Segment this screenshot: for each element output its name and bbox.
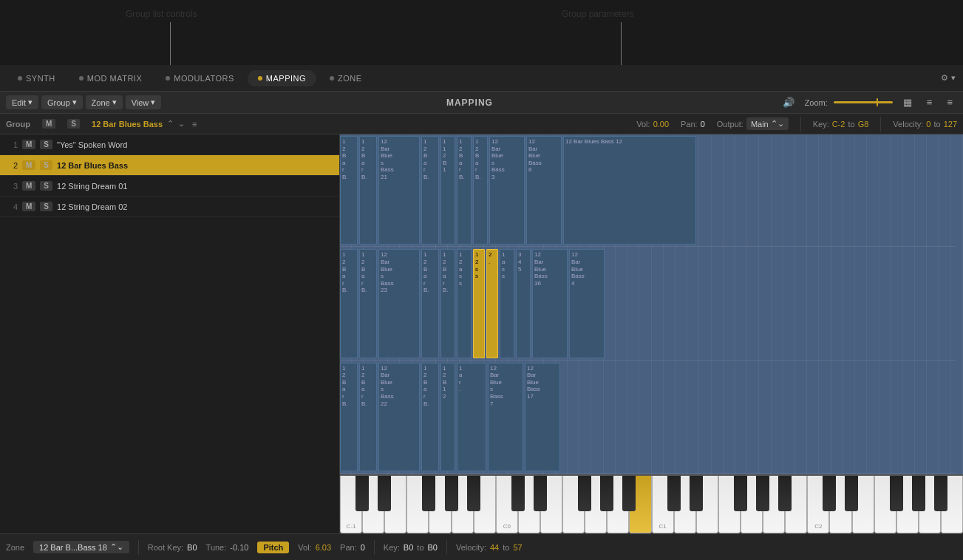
view-menu-button[interactable]: View ▾ [126,95,162,109]
black-key-D#2[interactable] [845,476,858,511]
tab-mod-matrix[interactable]: MOD MATRIX [69,70,152,86]
zone-block-0-5[interactable]: 1 2 B a r B. [457,136,472,245]
zone-block-1-2[interactable]: 12 Bar Blue s Bass 23 [378,249,420,358]
zone-block-0-3[interactable]: 1 2 B a r B. [421,136,439,245]
tab-zone[interactable]: ZONE [319,70,372,86]
toolbar-right: 🔊 Zoom: ▦ ≡ ≡ [778,95,957,110]
edit-label: Edit [12,98,26,107]
group-menu-button[interactable]: Group ▾ [41,95,83,109]
black-key-D#0[interactable] [534,476,547,511]
toolbar-title: MAPPING [164,98,775,108]
grid-view-icon[interactable]: ▦ [899,95,916,110]
zone-row-0: 1 2 B a r B.1 2 B a r B.12 Bar Blue s Ba… [340,134,956,247]
zone-block-1-11[interactable]: 12 Bar Blue Bass 4 [569,249,605,358]
zone-block-1-6[interactable]: 1 2 s s [473,249,485,358]
zone-block-2-2[interactable]: 12 Bar Blue s Bass 22 [378,363,420,471]
vol-value[interactable]: 0.00 [653,120,669,129]
zone-block-0-9[interactable]: 12 Bar Blues Bass 12 [563,136,696,245]
output-chevron-icon: ⌃⌄ [771,119,784,129]
zone-block-2-7[interactable]: 12 Bar Blue Bass 17 [525,363,560,471]
zone-grid[interactable]: 1 2 B a r B.1 2 B a r B.12 Bar Blue s Ba… [340,134,963,474]
group-solo-button[interactable]: S [67,119,80,129]
zone-block-1-5[interactable]: 1 2 a s s [457,249,472,358]
group-3-mute[interactable]: M [22,181,35,191]
group-3-solo[interactable]: S [40,181,52,191]
black-key-A#-1[interactable] [467,476,480,511]
black-key-C#-1[interactable] [355,476,369,511]
zoom-slider[interactable] [834,101,893,103]
black-key-G#1[interactable] [756,476,769,511]
black-key-G#2[interactable] [912,476,925,511]
zone-block-1-0[interactable]: 1 2 B a r B. [340,249,358,358]
zone-block-1-8[interactable]: 1 a s s [500,249,514,358]
group-item-2[interactable]: 2 M S 12 Bar Blues Bass [0,155,339,176]
black-key-G#-1[interactable] [445,476,458,511]
modulators-dot [166,76,170,81]
zone-block-2-1[interactable]: 1 2 B a r B. [359,363,377,471]
top-navigation: SYNTH MOD MATRIX MODULATORS MAPPING ZONE… [0,65,963,92]
black-key-C#1[interactable] [667,476,681,511]
zone-block-1-9[interactable]: 3 4 5 [516,249,531,358]
group-item-3[interactable]: 3 M S 12 String Dream 01 [0,176,339,197]
black-key-F#-1[interactable] [422,476,435,511]
group-item-1[interactable]: 1 M S "Yes" Spoken Word [0,134,339,155]
key-to-value[interactable]: G8 [858,120,869,129]
speaker-icon[interactable]: 🔊 [778,95,799,110]
tab-mapping[interactable]: MAPPING [248,70,316,86]
group-2-solo[interactable]: S [40,160,52,170]
group-4-mute[interactable]: M [22,202,35,211]
tab-synth[interactable]: SYNTH [7,70,66,86]
black-key-F#2[interactable] [890,476,903,511]
zone-block-1-1[interactable]: 1 2 B a r B. [359,249,377,358]
black-key-G#0[interactable] [600,476,613,511]
vol-control: Vol: 0.00 [636,120,669,129]
zone-block-0-8[interactable]: 12 Bar Blue Bass 8 [526,136,562,245]
group-1-solo[interactable]: S [40,140,52,149]
tab-modulators[interactable]: MODULATORS [155,70,245,86]
zone-block-1-4[interactable]: 1 2 B a r B. [440,249,455,358]
black-key-A#1[interactable] [778,476,792,511]
zone-block-1-10[interactable]: 12 Bar Blue Bass 36 [532,249,568,358]
black-key-D#-1[interactable] [378,476,391,511]
zone-block-0-7[interactable]: 12 Bar Blue s Bass 3 [489,136,525,245]
view-label: View [132,98,149,107]
zone-menu-button[interactable]: Zone ▾ [86,95,123,109]
black-key-C#2[interactable] [823,476,836,511]
zone-block-2-5[interactable]: 1 a r . [457,363,486,471]
pan-value[interactable]: 0 [701,120,705,129]
output-select[interactable]: Main ⌃⌄ [746,117,789,130]
key-from-value[interactable]: C-2 [832,120,845,129]
tab-zone-label: ZONE [338,74,362,83]
black-key-A#2[interactable] [934,476,947,511]
group-item-4[interactable]: 4 M S 12 String Dream 02 [0,197,339,217]
zone-block-2-6[interactable]: 12 Bar Blue s Bass 7 [488,363,523,471]
zoom-label: Zoom: [805,98,828,107]
edit-menu-button[interactable]: Edit ▾ [6,95,38,109]
group-1-mute[interactable]: M [22,140,35,149]
vel-from-value[interactable]: 0 [926,120,930,129]
settings-button[interactable]: ⚙ ▾ [941,73,956,83]
zone-block-2-4[interactable]: 1 2 B 1 2 [440,363,455,471]
zone-block-0-2[interactable]: 12 Bar Blue s Bass 21 [378,136,420,245]
zone-block-1-3[interactable]: 1 2 B a r B. [421,249,439,358]
group-4-solo[interactable]: S [40,202,52,211]
sort-icon[interactable]: ≡ [942,95,957,110]
black-key-F#1[interactable] [734,476,747,511]
black-key-A#0[interactable] [622,476,636,511]
zone-block-2-0[interactable]: 1 2 B a r B. [340,363,358,471]
black-key-D#1[interactable] [690,476,703,511]
black-key-F#0[interactable] [578,476,591,511]
black-key-C#0[interactable] [511,476,525,511]
group-list-icon[interactable]: ≡ [192,120,197,129]
zone-block-2-3[interactable]: 1 2 B a r B. [421,363,439,471]
group-name-1: "Yes" Spoken Word [57,140,333,149]
zone-block-0-4[interactable]: 1 1 2 B 1 [440,136,455,245]
list-view-icon[interactable]: ≡ [922,95,937,110]
group-2-mute[interactable]: M [22,160,35,170]
zone-block-0-1[interactable]: 1 2 B a r B. [359,136,377,245]
group-mute-button[interactable]: M [42,119,55,129]
zone-block-0-6[interactable]: 1 2 B a r B. [473,136,488,245]
vel-to-value[interactable]: 127 [944,120,957,129]
zone-block-0-0[interactable]: 1 2 B a r B. [340,136,358,245]
zone-block-1-7[interactable]: 2 . [486,249,498,358]
